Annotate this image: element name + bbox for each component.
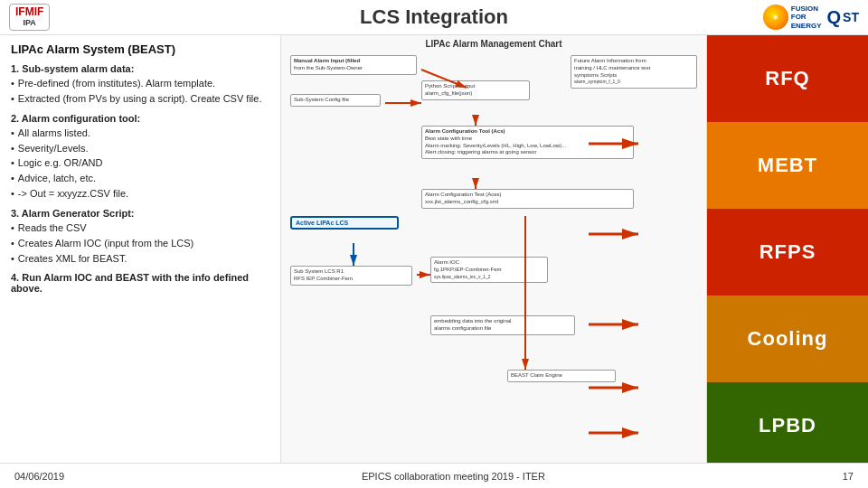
left-panel: LIPAc Alarm System (BEAST) 1. Sub-system… [0,35,280,469]
python-script-box: Python Script Output alarm_cfg_file(json… [421,80,530,100]
footer-page: 17 [843,471,854,482]
ifmif-logo: IFMIF IPA [9,4,50,30]
list-item: •-> Out = xxyyzz.CSV file. [11,187,269,201]
list-item: • Extracted (from PVs by using a script)… [11,92,269,106]
alarm-config-test-box: Alarm Configuration Test (Aces) xxx.jlst… [421,189,634,209]
logo-left: IFMIF IPA [9,4,50,30]
list-item: •Logic e.g. OR/AND [11,156,269,170]
header: IFMIF IPA LCS Integration ☀ FUSIONFORENE… [0,0,868,35]
subsystem-lcs-box: Sub System LCS R1 RFS IEP Combiner-Fem [290,266,412,286]
footer-event: EPICS collaboration meeting 2019 - ITER [362,471,545,482]
section3-title: 3. Alarm Generator Script: [11,208,269,219]
mebt-block: MEBT [707,122,868,209]
lpbd-block: LPBD [707,382,868,469]
main-content: LIPAc Alarm System (BEAST) 1. Sub-system… [0,35,868,469]
diagram-title: LIPAc Alarm Management Chart [281,35,706,52]
beast-engine-box: BEAST Claim Engine [507,370,616,382]
fusion-icon: ☀ [763,5,788,30]
diagram: LIPAc Alarm Management Chart Manual Alar… [281,35,706,469]
footer: 04/06/2019 EPICS collaboration meeting 2… [0,463,868,488]
right-panel: RFQ MEBT RFPS Cooling LPBD [707,35,868,469]
manual-alarm-box: Manual Alarm Input (filled from the Sub-… [290,55,417,75]
list-item: •Severity/Levels. [11,142,269,155]
logo-right: ☀ FUSIONFORENERGY Q ST [763,5,859,31]
config-file-box: Sub-System Config file [290,94,381,107]
list-item: •Reads the CSV [11,221,269,235]
fusion-text: FUSIONFORENERGY [791,5,822,31]
fusion-logo: ☀ FUSIONFORENERGY [763,5,822,31]
rfq-block: RFQ [707,35,868,122]
active-lcs-box: Active LIPAc LCS [290,216,399,230]
list-item: •All alarms listed. [11,127,269,140]
center-panel: LIPAc Alarm Management Chart Manual Alar… [280,35,707,469]
qst-logo: Q ST [827,7,859,28]
alarm-config-tool-box: Alarm Configuration Tool (Acs) Best stat… [421,126,634,159]
rfps-block: RFPS [707,209,868,296]
section4-title: 4. Run Alarm IOC and BEAST with the info… [11,272,269,294]
future-alarm-box: Future Alarm Information from training /… [571,55,697,89]
embedding-box: embedding data into the original alarms … [430,315,575,335]
list-item: • Pre-defined (from institutes). Alarm t… [11,77,269,90]
list-item: •Creates Alarm IOC (input from the LCS) [11,237,269,250]
page-title: LCS Integration [360,5,508,29]
list-item: •Creates XML for BEAST. [11,252,269,266]
section1-title: 1. Sub-system alarm data: [11,63,269,74]
list-item: •Advice, latch, etc. [11,172,269,185]
cooling-block: Cooling [707,296,868,382]
section-heading: LIPAc Alarm System (BEAST) [11,42,269,56]
section2-title: 2. Alarm configuration tool: [11,113,269,124]
footer-date: 04/06/2019 [14,471,64,482]
alarm-ioc-box: Alarm IOC fg.1PKP.IEP-Combiner-Fem sys.l… [430,257,548,283]
